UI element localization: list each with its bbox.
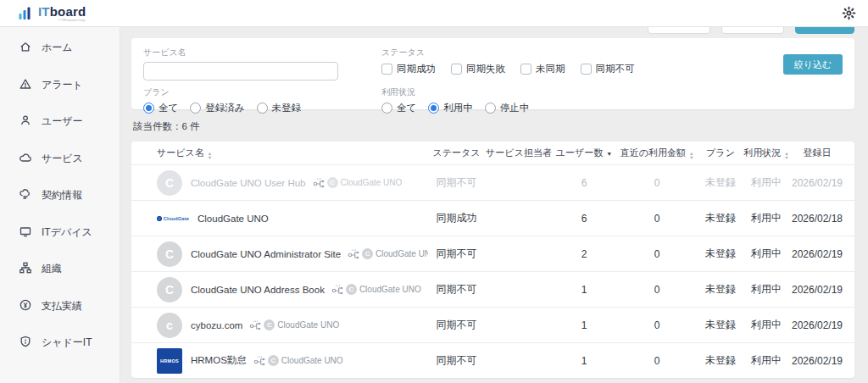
cloudgate-logo-mark	[157, 216, 162, 221]
linked-service-chip: C CloudGate UNO	[313, 177, 403, 188]
table-row[interactable]: C CloudGate UNO Administrator Site C Clo…	[131, 236, 854, 271]
sso-connection-icon	[253, 355, 265, 366]
usage-cell: 利用中	[743, 318, 790, 332]
radio-icon	[381, 103, 392, 114]
linked-service-chip: C CloudGate UNO	[331, 284, 421, 295]
usage-cell: 利用中	[743, 175, 790, 190]
linked-service-avatar: C	[362, 248, 373, 259]
sidebar: ホーム アラート ユーザー サービス 契約情報 ITデバイス 組織 支払実績	[0, 27, 120, 383]
plan-radio-unregistered[interactable]: 未登録	[257, 102, 302, 114]
table-row[interactable]: CloudGate CloudGate UNO 同期成功 6 0 未登録 利用中…	[131, 200, 854, 236]
service-logo: c	[157, 313, 182, 338]
services-table: サービス名▲▼ ステータス サービス担当者 ユーザー数▼ 直近の利用金額▲▼ プ…	[131, 142, 854, 378]
status-checkbox-not-synced[interactable]: 未同期	[520, 63, 565, 75]
users-cell: 1	[553, 284, 615, 296]
sort-icon: ▲▼	[784, 152, 788, 159]
users-cell: 1	[553, 355, 615, 367]
sidebar-item-users[interactable]: ユーザー	[0, 103, 120, 141]
plan-cell: 未登録	[698, 282, 743, 297]
sidebar-item-alerts[interactable]: アラート	[0, 67, 120, 104]
usage-radio-all[interactable]: 全て	[381, 102, 416, 114]
radio-icon	[190, 103, 201, 114]
table-row[interactable]: C CloudGate UNO User Hub C CloudGate UNO…	[131, 164, 854, 200]
service-name-input[interactable]	[143, 62, 338, 80]
table-row[interactable]: c cybozu.com C CloudGate UNO 同期不可 1 0 未登…	[131, 307, 854, 342]
radio-icon	[428, 103, 439, 114]
sidebar-item-organization[interactable]: 組織	[0, 251, 120, 288]
shield-icon	[19, 335, 32, 351]
checkbox-icon	[381, 64, 392, 75]
linked-service-avatar: C	[327, 177, 338, 188]
registered-cell: 2026/02/19	[790, 248, 844, 260]
users-cell: 6	[553, 177, 615, 189]
amount-cell: 0	[615, 355, 698, 367]
plan-cell: 未登録	[698, 318, 743, 332]
service-name: CloudGate UNO Address Book	[191, 285, 325, 295]
status-checkbox-sync-unavailable[interactable]: 同期不可	[581, 63, 635, 75]
usage-radio-stopped[interactable]: 停止中	[485, 102, 530, 114]
table-row[interactable]: HRMOS HRMOS勤怠 C CloudGate UNO 同期不可 1 0 未…	[131, 342, 854, 378]
registered-cell: 2026/02/19	[790, 177, 844, 189]
sidebar-item-home[interactable]: ホーム	[0, 30, 120, 67]
sidebar-item-label: サービス	[42, 152, 83, 166]
sidebar-item-label: 支払実績	[42, 299, 82, 314]
column-header-plan: プラン	[698, 147, 743, 159]
cloud-icon	[19, 151, 32, 167]
checkbox-icon	[520, 64, 531, 75]
sidebar-item-shadow-it[interactable]: シャドーIT	[0, 325, 120, 362]
column-header-users[interactable]: ユーザー数▼	[553, 147, 615, 159]
linked-service-name: CloudGate UNO	[359, 285, 421, 294]
status-checkbox-sync-success[interactable]: 同期成功	[381, 63, 436, 75]
organization-icon	[19, 261, 32, 277]
plan-radio-all[interactable]: 全て	[143, 102, 178, 114]
sidebar-item-label: ホーム	[42, 41, 73, 55]
sidebar-item-services[interactable]: サービス	[0, 141, 120, 178]
amount-cell: 0	[615, 213, 698, 225]
checkbox-icon	[451, 64, 462, 75]
settings-gear-icon[interactable]	[842, 6, 856, 20]
sidebar-item-payments[interactable]: 支払実績	[0, 288, 120, 325]
service-logo: CloudGate	[157, 206, 189, 231]
usage-radio-in-use[interactable]: 利用中	[428, 102, 473, 114]
checkbox-icon	[581, 64, 592, 75]
status-cell: 同期不可	[428, 353, 485, 368]
linked-service-name: CloudGate UNO	[376, 249, 428, 258]
users-cell: 1	[553, 319, 615, 331]
toolbar-primary-button[interactable]	[795, 27, 854, 34]
column-header-usage[interactable]: 利用状況▲▼	[743, 147, 790, 159]
alert-icon	[19, 77, 32, 93]
amount-cell: 0	[615, 248, 698, 260]
linked-service-name: CloudGate UNO	[341, 178, 403, 187]
plan-radio-registered[interactable]: 登録済み	[190, 102, 244, 114]
service-name: CloudGate UNO User Hub	[191, 178, 306, 188]
sidebar-item-label: 組織	[42, 262, 62, 276]
home-icon	[19, 40, 32, 56]
usage-cell: 利用中	[743, 247, 790, 261]
column-header-service-name[interactable]: サービス名▲▼	[157, 147, 428, 159]
itboard-logo[interactable]: ITboard © ITForward Corp.	[17, 5, 86, 22]
table-row[interactable]: C CloudGate UNO Address Book C CloudGate…	[131, 271, 854, 307]
app-header: ITboard © ITForward Corp.	[0, 0, 868, 27]
column-header-amount[interactable]: 直近の利用金額▲▼	[615, 147, 698, 159]
usage-cell: 利用中	[743, 282, 790, 297]
linked-service-name: CloudGate UNO	[277, 320, 339, 330]
toolbar-button-2[interactable]	[721, 27, 784, 34]
service-logo: C	[157, 241, 182, 267]
status-checkbox-sync-failed[interactable]: 同期失敗	[451, 63, 505, 75]
sso-connection-icon	[249, 319, 261, 330]
column-header-registered: 登録日	[790, 147, 844, 159]
registered-cell: 2026/02/19	[790, 319, 844, 331]
filter-apply-button[interactable]: 絞り込む	[783, 54, 843, 75]
sidebar-item-contracts[interactable]: 契約情報	[0, 177, 120, 214]
column-header-status: ステータス	[428, 147, 485, 159]
result-count: 該当件数：6 件	[133, 120, 854, 133]
registered-cell: 2026/02/18	[790, 213, 844, 225]
sidebar-item-label: ITデバイス	[42, 225, 92, 240]
sidebar-item-label: アラート	[42, 78, 83, 92]
status-cell: 同期不可	[428, 175, 485, 190]
amount-cell: 0	[615, 319, 698, 331]
toolbar-button-1[interactable]	[648, 27, 710, 34]
payment-icon	[19, 298, 32, 314]
sidebar-item-it-devices[interactable]: ITデバイス	[0, 214, 120, 252]
logo-text: ITboard	[38, 5, 86, 18]
